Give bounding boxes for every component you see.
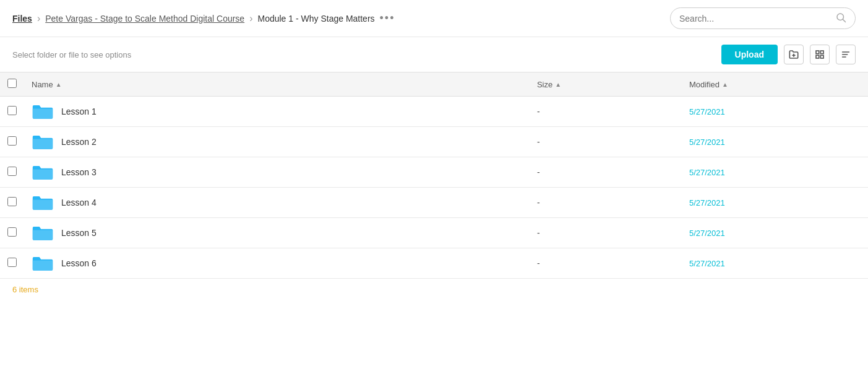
row-checkbox-cell: [0, 218, 24, 248]
file-row-name-4: Lesson 5: [32, 224, 522, 242]
file-row-name-2: Lesson 3: [32, 164, 522, 181]
items-count: 6 items: [12, 285, 38, 294]
search-bar: [670, 7, 856, 29]
breadcrumb: Files › Pete Vargas - Stage to Scale Met…: [12, 12, 395, 25]
svg-rect-4: [816, 51, 819, 54]
row-name-cell: Lesson 4: [24, 188, 530, 218]
row-checkbox-4[interactable]: [7, 227, 17, 237]
breadcrumb-current: Module 1 - Why Stage Matters: [257, 14, 374, 24]
folder-icon: [32, 255, 54, 272]
row-checkbox-cell: [0, 248, 24, 279]
file-table: Name ▲ Size ▲ Modified ▲: [0, 72, 868, 279]
toolbar: Select folder or file to see options Upl…: [0, 37, 868, 72]
file-row-name-3: Lesson 4: [32, 194, 522, 211]
row-checkbox-3[interactable]: [7, 197, 17, 206]
row-modified-cell-1: 5/27/2021: [682, 127, 868, 157]
search-input[interactable]: [679, 14, 835, 24]
row-name-cell: Lesson 5: [24, 218, 530, 248]
select-hint: Select folder or file to see options: [12, 50, 131, 59]
table-row: Lesson 1 - 5/27/2021: [0, 97, 868, 127]
folder-icon: [32, 224, 54, 242]
row-checkbox-cell: [0, 127, 24, 157]
toolbar-actions: Upload: [721, 45, 856, 64]
row-label-2: Lesson 3: [61, 167, 97, 177]
row-modified-cell-4: 5/27/2021: [682, 218, 868, 248]
row-size-cell-3: -: [530, 188, 682, 218]
breadcrumb-sep-1: ›: [37, 13, 40, 24]
row-checkbox-0[interactable]: [7, 106, 17, 115]
grid-view-button[interactable]: [810, 45, 830, 64]
file-row-name-1: Lesson 2: [32, 133, 522, 151]
row-name-cell: Lesson 2: [24, 127, 530, 157]
row-modified-cell-5: 5/27/2021: [682, 248, 868, 279]
more-options-button[interactable]: •••: [380, 12, 395, 25]
breadcrumb-parent-link[interactable]: Pete Vargas - Stage to Scale Method Digi…: [45, 14, 244, 24]
col-header-name[interactable]: Name ▲: [24, 72, 530, 97]
row-label-1: Lesson 2: [61, 137, 97, 147]
table-row: Lesson 4 - 5/27/2021: [0, 188, 868, 218]
file-row-name-0: Lesson 1: [32, 103, 522, 120]
row-checkbox-2[interactable]: [7, 167, 17, 176]
row-name-cell: Lesson 6: [24, 248, 530, 279]
search-icon: [835, 12, 846, 25]
header: Files › Pete Vargas - Stage to Scale Met…: [0, 0, 868, 37]
row-name-cell: Lesson 1: [24, 97, 530, 127]
row-size-cell-4: -: [530, 218, 682, 248]
upload-button[interactable]: Upload: [721, 45, 778, 64]
row-modified-cell-0: 5/27/2021: [682, 97, 868, 127]
col-header-size[interactable]: Size ▲: [530, 72, 682, 97]
folder-icon: [32, 194, 54, 211]
modified-sort-arrow: ▲: [722, 81, 728, 88]
folder-icon: [32, 133, 54, 151]
breadcrumb-sep-2: ›: [249, 13, 252, 24]
select-all-cell: [0, 72, 24, 97]
row-checkbox-cell: [0, 97, 24, 127]
svg-rect-6: [816, 55, 819, 58]
row-name-cell: Lesson 3: [24, 157, 530, 188]
table-row: Lesson 6 - 5/27/2021: [0, 248, 868, 279]
row-size-cell-1: -: [530, 127, 682, 157]
row-checkbox-cell: [0, 188, 24, 218]
row-checkbox-5[interactable]: [7, 258, 17, 267]
svg-rect-5: [820, 51, 823, 54]
row-checkbox-1[interactable]: [7, 136, 17, 146]
row-modified-cell-3: 5/27/2021: [682, 188, 868, 218]
row-label-4: Lesson 5: [61, 228, 97, 238]
add-folder-button[interactable]: [784, 45, 804, 64]
table-row: Lesson 2 - 5/27/2021: [0, 127, 868, 157]
grid-view-icon: [815, 50, 825, 59]
size-sort-arrow: ▲: [555, 81, 561, 88]
row-size-cell-2: -: [530, 157, 682, 188]
row-label-5: Lesson 6: [61, 258, 97, 268]
row-modified-cell-2: 5/27/2021: [682, 157, 868, 188]
table-header-row: Name ▲ Size ▲ Modified ▲: [0, 72, 868, 97]
svg-rect-7: [820, 55, 823, 58]
sort-icon: [841, 50, 851, 59]
row-size-cell-0: -: [530, 97, 682, 127]
col-header-modified[interactable]: Modified ▲: [682, 72, 868, 97]
name-sort-arrow: ▲: [56, 81, 62, 88]
folder-icon: [32, 103, 54, 120]
row-label-3: Lesson 4: [61, 198, 97, 207]
table-row: Lesson 5 - 5/27/2021: [0, 218, 868, 248]
row-checkbox-cell: [0, 157, 24, 188]
breadcrumb-files-link[interactable]: Files: [12, 14, 32, 24]
svg-line-1: [843, 19, 845, 22]
folder-icon: [32, 164, 54, 181]
sort-button[interactable]: [836, 45, 856, 64]
table-row: Lesson 3 - 5/27/2021: [0, 157, 868, 188]
add-folder-icon: [789, 50, 799, 59]
footer: 6 items: [0, 279, 868, 300]
select-all-checkbox[interactable]: [7, 79, 17, 88]
row-label-0: Lesson 1: [61, 107, 97, 116]
row-size-cell-5: -: [530, 248, 682, 279]
file-row-name-5: Lesson 6: [32, 255, 522, 272]
